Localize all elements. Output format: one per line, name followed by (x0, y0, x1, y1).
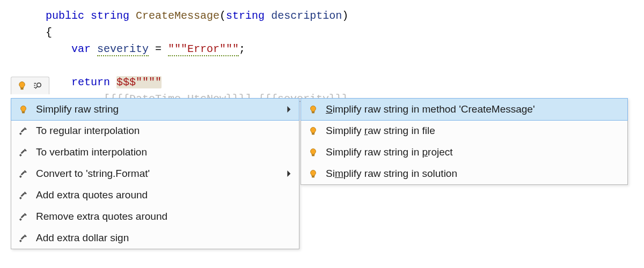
menu-label: Add extra quotes around (36, 189, 294, 201)
scope-file[interactable]: Simplify raw string in file (301, 120, 627, 142)
lightbulb-icon (308, 168, 318, 179)
keyword-return: return (71, 76, 110, 88)
hammer-icon (18, 211, 28, 222)
lightbulb-icon (308, 104, 318, 115)
action-simplify-raw-string[interactable]: Simplify raw string (11, 98, 299, 121)
svg-rect-7 (19, 175, 21, 177)
action-remove-extra-quotes[interactable]: Remove extra quotes around (11, 206, 299, 227)
method-name: CreateMessage (136, 10, 219, 22)
svg-rect-9 (19, 218, 21, 220)
menu-label: Simplify raw string in file (326, 125, 622, 137)
code-editor[interactable]: public string CreateMessage(string descr… (0, 0, 644, 107)
string-literal: """Error""" (168, 43, 239, 56)
scope-project[interactable]: Simplify raw string in project (301, 142, 627, 163)
hammer-icon (18, 168, 28, 179)
variable-severity: severity (97, 43, 149, 56)
action-add-extra-dollar[interactable]: Add extra dollar sign (11, 227, 299, 249)
brace-open: { (46, 26, 52, 39)
keyword-public: public (46, 10, 84, 22)
keyword-var: var (71, 43, 91, 55)
menu-label: Simplify raw string in project (326, 146, 622, 158)
svg-rect-5 (19, 132, 21, 135)
chevron-right-icon (287, 170, 291, 177)
action-to-regular-interpolation[interactable]: To regular interpolation (11, 120, 299, 142)
hammer-icon (18, 147, 28, 158)
menu-label: Add extra dollar sign (36, 232, 294, 244)
action-convert-string-format[interactable]: Convert to 'string.Format' (11, 163, 299, 184)
scope-solution[interactable]: Simplify raw string in solution (301, 163, 627, 184)
hammer-icon (18, 190, 28, 200)
svg-rect-10 (19, 239, 21, 242)
lightbulb-icon (17, 80, 27, 91)
lightbulb-icon (308, 125, 318, 136)
action-to-verbatim-interpolation[interactable]: To verbatim interpolation (11, 142, 299, 163)
menu-label: Simplify raw string (36, 103, 280, 115)
interp-prefix: $$$ (116, 76, 136, 88)
lightbulb-icon (18, 104, 28, 115)
svg-point-0 (37, 83, 41, 87)
menu-label: Simplify raw string in solution (326, 168, 622, 180)
action-add-extra-quotes[interactable]: Add extra quotes around (11, 184, 299, 206)
menu-label: Remove extra quotes around (36, 211, 294, 222)
scope-submenu: Simplify raw string in method 'CreateMes… (301, 98, 628, 185)
lightbulb-icon (308, 147, 318, 158)
hammer-icon (18, 125, 28, 136)
quick-action-tab[interactable] (11, 77, 49, 94)
param-name: description (271, 10, 342, 22)
svg-rect-6 (19, 153, 21, 156)
hammer-icon (18, 233, 28, 243)
keyword-string: string (91, 10, 129, 22)
scope-method[interactable]: Simplify raw string in method 'CreateMes… (301, 98, 628, 121)
param-type: string (226, 10, 265, 22)
inspect-icon (33, 80, 43, 91)
menu-label: To verbatim interpolation (36, 146, 294, 158)
menu-label: Convert to 'string.Format' (36, 168, 280, 180)
menu-label: To regular interpolation (36, 125, 294, 137)
quick-actions-menu: Simplify raw string To regular interpola… (11, 98, 299, 249)
svg-line-1 (35, 87, 38, 89)
chevron-right-icon (287, 106, 291, 113)
raw-string-open: """" (136, 76, 162, 88)
svg-rect-8 (19, 196, 21, 199)
menu-label: Simplify raw string in method 'CreateMes… (326, 103, 622, 115)
